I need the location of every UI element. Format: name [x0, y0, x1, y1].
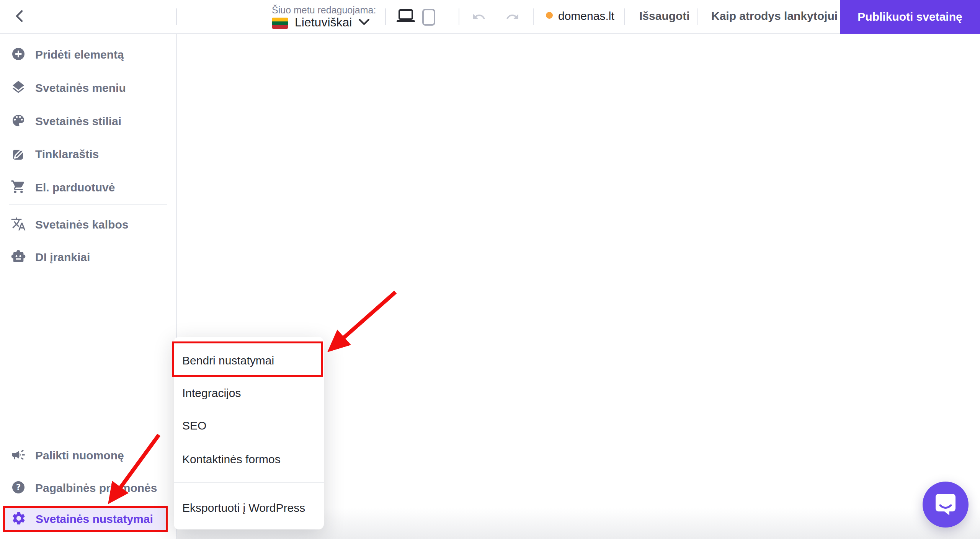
chat-launcher-button[interactable]: [923, 482, 969, 528]
redo-icon[interactable]: [504, 10, 521, 25]
topbar-divider: [697, 8, 698, 25]
question-icon: ?: [11, 480, 26, 497]
chevron-down-icon[interactable]: [358, 18, 370, 28]
language-selector[interactable]: Lietuviškai: [295, 15, 352, 29]
topbar-divider: [176, 8, 177, 25]
back-button[interactable]: [9, 7, 29, 27]
cart-icon: [11, 179, 26, 196]
preview-button[interactable]: Kaip atrodys lankytojui: [711, 10, 838, 23]
sidebar-item-ai-tools[interactable]: DI įrankiai: [11, 246, 90, 269]
sidebar-item-label: Svetainės nustatymai: [36, 513, 153, 526]
sidebar-item-languages[interactable]: Svetainės kalbos: [11, 213, 128, 236]
menu-item-integrations[interactable]: Integracijos: [182, 386, 241, 400]
translate-icon: [11, 216, 26, 233]
sidebar-item-help[interactable]: ? Pagalbinės priemonės: [11, 477, 157, 500]
sidebar-divider: [9, 204, 167, 205]
sidebar-item-store[interactable]: El. parduotuvė: [11, 176, 115, 199]
palette-icon: [11, 113, 26, 130]
sidebar-item-label: Tinklaraštis: [35, 148, 99, 161]
edit-icon: [11, 146, 26, 163]
sidebar-item-label: Pridėti elementą: [35, 48, 124, 61]
sidebar-item-site-menu[interactable]: Svetainės meniu: [11, 77, 126, 100]
menu-item-export-wordpress[interactable]: Eksportuoti į WordPress: [182, 501, 305, 515]
menu-item-seo[interactable]: SEO: [182, 419, 206, 433]
sidebar-item-site-settings[interactable]: Svetainės nustatymai: [3, 506, 168, 532]
annotation-arrow-menu: [327, 292, 395, 352]
menu-divider: [174, 482, 324, 483]
megaphone-icon: [11, 447, 26, 464]
sidebar-item-label: El. parduotuvė: [35, 181, 115, 194]
desktop-view-icon[interactable]: [396, 8, 416, 26]
domain-name[interactable]: domenas.lt: [558, 10, 614, 23]
menu-item-contact-forms[interactable]: Kontaktinės formos: [182, 452, 281, 466]
gear-icon: [11, 511, 26, 528]
sidebar-item-add-element[interactable]: Pridėti elementą: [11, 43, 124, 66]
unpublished-status-dot: [546, 12, 553, 19]
topbar: Šiuo metu redaguojama: Lietuviškai domen…: [0, 0, 980, 34]
sidebar-item-label: DI įrankiai: [35, 251, 90, 264]
mobile-view-icon[interactable]: [422, 8, 436, 28]
sidebar-item-site-styles[interactable]: Svetainės stiliai: [11, 110, 121, 133]
save-button[interactable]: Išsaugoti: [639, 10, 690, 23]
topbar-divider: [624, 8, 625, 25]
sidebar-item-label: Pagalbinės priemonės: [35, 482, 157, 495]
chat-bubble-icon: [933, 492, 958, 518]
svg-text:?: ?: [16, 483, 21, 492]
site-settings-menu: Bendri nustatymai Integracijos SEO Konta…: [174, 337, 324, 529]
layers-icon: [11, 80, 26, 96]
topbar-divider: [385, 8, 386, 25]
plus-circle-icon: [11, 46, 26, 63]
sidebar-item-label: Svetainės meniu: [35, 82, 126, 95]
publish-site-button[interactable]: Publikuoti svetainę: [840, 0, 980, 34]
sidebar-item-blog[interactable]: Tinklaraštis: [11, 143, 99, 166]
robot-icon: [11, 249, 26, 266]
sidebar-item-label: Svetainės kalbos: [35, 218, 128, 231]
sidebar: Pridėti elementą Svetainės meniu Svetain…: [0, 34, 177, 539]
menu-item-general-settings[interactable]: Bendri nustatymai: [182, 354, 274, 368]
chevron-left-icon: [14, 10, 24, 24]
sidebar-item-feedback[interactable]: Palikti nuomonę: [11, 444, 124, 467]
sidebar-item-label: Svetainės stiliai: [35, 115, 121, 128]
topbar-divider: [533, 8, 534, 25]
lithuania-flag-icon: [272, 18, 288, 29]
topbar-divider: [459, 8, 459, 25]
editing-language-label: Šiuo metu redaguojama:: [272, 5, 376, 16]
sidebar-item-label: Palikti nuomonę: [35, 449, 124, 462]
undo-icon[interactable]: [470, 10, 488, 25]
